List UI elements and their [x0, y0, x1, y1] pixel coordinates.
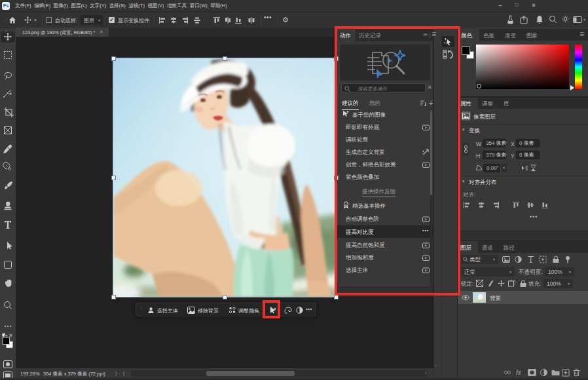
svg-text:fx: fx [516, 369, 522, 376]
